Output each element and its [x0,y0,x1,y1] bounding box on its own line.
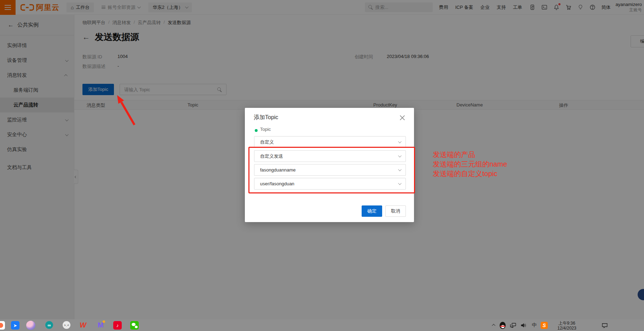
product-select[interactable]: 自定义发送 [254,150,406,162]
wps-icon[interactable]: W [80,321,86,329]
custom-topic-select[interactable]: user/fasongduan [254,178,406,190]
volume-icon[interactable] [521,319,527,331]
close-icon[interactable] [399,115,406,121]
cancel-button[interactable]: 取消 [385,205,406,217]
ime-icon[interactable]: 中 [532,319,537,331]
netease-music-icon[interactable]: ♪ [113,321,122,330]
avatar-icon[interactable] [26,321,35,330]
chevron-down-icon [398,168,402,171]
taskbar-clock[interactable]: 上午9:36 12/4/2023 [553,319,581,331]
annotation-line-custom-topic: 发送端的自定义topic [433,169,497,179]
taskbar-date: 12/4/2023 [557,326,576,331]
chevron-down-icon [398,154,402,157]
network-icon[interactable] [510,319,516,331]
tray-chevron-up-icon[interactable] [493,319,495,331]
action-center-icon[interactable] [602,319,608,331]
modal-field-label: Topic [260,127,271,132]
face-icon[interactable]: >_< [63,321,70,329]
chevron-down-icon [398,140,402,143]
topic-type-select[interactable]: 自定义 [254,136,406,148]
required-dot [255,129,258,132]
screen: 阿里云 ⌂ 工作台 账号全部资源 华东2（上海） 费用 ICP 备案 企业 支持… [0,0,644,331]
sogou-icon[interactable]: S [541,319,548,331]
modal-title: 添加Topic [254,114,278,121]
taskbar: ➤ ∞ >_< W M ♪ 中 S 上午9:36 12/4/2023 [0,319,644,331]
wechat-icon[interactable] [130,321,139,330]
qq-icon[interactable] [500,319,506,331]
mind-icon[interactable]: M [98,321,104,329]
bluebird-icon[interactable]: ➤ [11,321,19,330]
taskbar-time: 上午9:36 [558,321,575,326]
arduino-icon[interactable]: ∞ [45,321,53,329]
add-topic-modal: 添加Topic Topic 自定义 自定义发送 fasongduanname u… [245,108,414,222]
chevron-down-icon [398,181,402,185]
device-select[interactable]: fasongduanname [254,164,406,176]
browser-partial-icon[interactable] [0,321,5,330]
confirm-button[interactable]: 确定 [362,205,382,217]
annotation-line-product: 发送端的产品 [433,150,475,159]
annotation-line-triple-name: 发送端的三元组的name [433,159,507,169]
